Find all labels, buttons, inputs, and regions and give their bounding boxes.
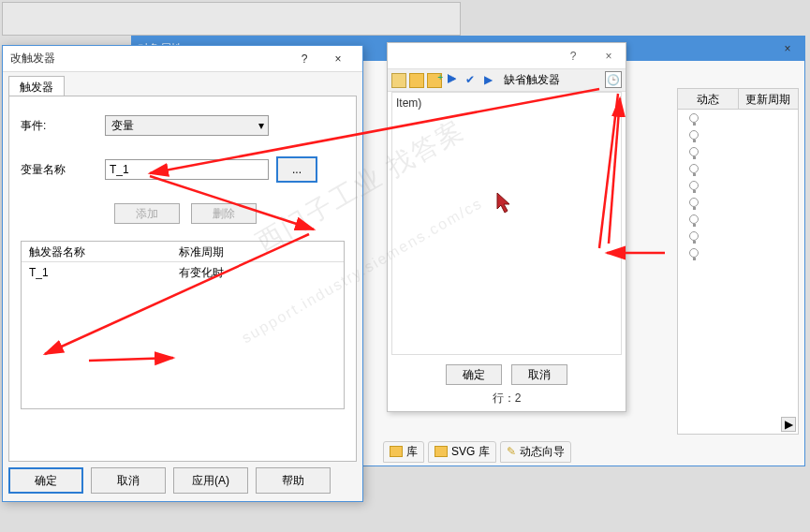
add-button[interactable]: 添加 bbox=[114, 203, 180, 224]
open-icon[interactable] bbox=[409, 73, 424, 88]
event-label: 事件: bbox=[21, 118, 105, 134]
list-item[interactable] bbox=[678, 211, 798, 228]
action-footer: 确定 取消 bbox=[388, 361, 626, 389]
action-content[interactable]: Item) bbox=[391, 92, 622, 355]
cell-standard-cycle: 有变化时 bbox=[171, 262, 231, 283]
bottom-tab-strip: 库 SVG 库 ✎ 动态向导 bbox=[383, 441, 571, 462]
action-list-titlebar[interactable]: ? × bbox=[388, 43, 626, 69]
content-text: Item) bbox=[396, 96, 421, 110]
compile-icon[interactable]: ⯈ bbox=[445, 73, 460, 88]
help-icon[interactable]: ? bbox=[287, 49, 321, 69]
default-trigger-label: 缺省触发器 bbox=[504, 72, 560, 88]
delete-button[interactable]: 删除 bbox=[191, 203, 257, 224]
edit-trigger-dialog: 改触发器 ? × 触发器 事件: 变量 ▾ 变量名称 ... 添加 删除 触发器… bbox=[2, 45, 363, 502]
ok-button[interactable]: 确定 bbox=[446, 364, 502, 385]
col-dynamic[interactable]: 动态 bbox=[678, 89, 739, 109]
bulb-icon bbox=[689, 147, 699, 156]
event-row: 事件: 变量 ▾ bbox=[21, 115, 345, 136]
cut-icon[interactable] bbox=[391, 73, 406, 88]
bulb-list bbox=[678, 110, 798, 261]
event-combo[interactable]: 变量 ▾ bbox=[105, 115, 269, 136]
help-icon[interactable]: ? bbox=[560, 46, 586, 66]
dynamic-list-header: 动态 更新周期 bbox=[678, 89, 798, 110]
mouse-cursor-icon bbox=[496, 192, 515, 214]
trigger-table-header: 触发器名称 标准周期 bbox=[22, 242, 344, 262]
scroll-right-icon[interactable]: ▶ bbox=[781, 417, 796, 432]
col-standard-cycle[interactable]: 标准周期 bbox=[171, 242, 231, 261]
cancel-button[interactable]: 取消 bbox=[91, 467, 166, 494]
col-trigger-name[interactable]: 触发器名称 bbox=[22, 242, 171, 261]
clock-icon: 🕒 bbox=[607, 74, 620, 86]
trigger-table: 触发器名称 标准周期 T_1 有变化时 bbox=[21, 241, 345, 409]
tab-dynamic-wizard[interactable]: ✎ 动态向导 bbox=[500, 441, 571, 463]
bulb-icon bbox=[689, 248, 699, 258]
bulb-icon bbox=[689, 214, 699, 224]
new-icon[interactable]: + bbox=[427, 73, 442, 88]
tab-label: SVG 库 bbox=[451, 444, 490, 460]
varname-input[interactable] bbox=[105, 159, 269, 180]
action-list-dialog: ? × + ⯈ ✔ ▶ 缺省触发器 🕒 Item) 确定 取消 行：2 bbox=[387, 42, 626, 412]
help-button[interactable]: 帮助 bbox=[256, 467, 331, 494]
list-item[interactable] bbox=[678, 126, 798, 143]
bulb-icon bbox=[689, 181, 699, 190]
varname-label: 变量名称 bbox=[21, 162, 105, 178]
cancel-button[interactable]: 取消 bbox=[511, 364, 567, 385]
chevron-down-icon: ▾ bbox=[258, 119, 264, 132]
tab-label: 库 bbox=[406, 444, 418, 460]
list-item[interactable] bbox=[678, 194, 798, 211]
folder-icon bbox=[434, 446, 448, 457]
edit-trigger-titlebar[interactable]: 改触发器 ? × bbox=[3, 46, 362, 72]
list-item[interactable] bbox=[678, 244, 798, 261]
bulb-icon bbox=[689, 164, 699, 173]
list-item[interactable] bbox=[678, 160, 798, 177]
tab-svg-library[interactable]: SVG 库 bbox=[428, 441, 496, 463]
bulb-icon bbox=[689, 113, 699, 123]
varname-row: 变量名称 ... bbox=[21, 156, 345, 183]
validate-icon[interactable]: ✔ bbox=[463, 73, 478, 88]
list-item[interactable] bbox=[678, 228, 798, 244]
run-icon[interactable]: ▶ bbox=[480, 73, 495, 88]
bulb-icon bbox=[689, 231, 699, 241]
close-icon[interactable]: × bbox=[778, 39, 797, 58]
browse-button[interactable]: ... bbox=[276, 156, 317, 183]
bulb-icon bbox=[689, 130, 699, 140]
dialog-footer: 确定 取消 应用(A) 帮助 bbox=[8, 467, 357, 495]
tab-label: 动态向导 bbox=[520, 444, 565, 460]
clock-trigger-button[interactable]: 🕒 bbox=[605, 71, 622, 88]
dynamic-list-panel: 动态 更新周期 ▶ bbox=[677, 88, 799, 435]
add-delete-row: 添加 删除 bbox=[114, 203, 345, 224]
list-item[interactable] bbox=[678, 143, 798, 160]
trigger-form: 事件: 变量 ▾ 变量名称 ... 添加 删除 触发器名称 标准周期 T_1 有… bbox=[8, 96, 357, 462]
close-icon[interactable]: × bbox=[596, 46, 622, 66]
apply-button[interactable]: 应用(A) bbox=[173, 467, 248, 494]
close-icon[interactable]: × bbox=[321, 49, 355, 69]
list-item[interactable] bbox=[678, 177, 798, 194]
status-bar: 行：2 bbox=[388, 391, 626, 409]
table-row[interactable]: T_1 有变化时 bbox=[22, 262, 344, 283]
dialog-title: 改触发器 bbox=[10, 51, 287, 66]
col-update-cycle[interactable]: 更新周期 bbox=[739, 89, 799, 109]
tab-trigger[interactable]: 触发器 bbox=[8, 76, 65, 96]
cell-trigger-name: T_1 bbox=[22, 262, 171, 283]
bulb-icon bbox=[689, 198, 699, 207]
action-toolbar: + ⯈ ✔ ▶ 缺省触发器 bbox=[388, 69, 626, 92]
folder-icon bbox=[390, 446, 403, 457]
ok-button[interactable]: 确定 bbox=[8, 467, 83, 494]
tab-library[interactable]: 库 bbox=[383, 441, 424, 463]
wand-icon: ✎ bbox=[507, 445, 516, 458]
event-value: 变量 bbox=[111, 118, 134, 134]
list-item[interactable] bbox=[678, 110, 798, 126]
